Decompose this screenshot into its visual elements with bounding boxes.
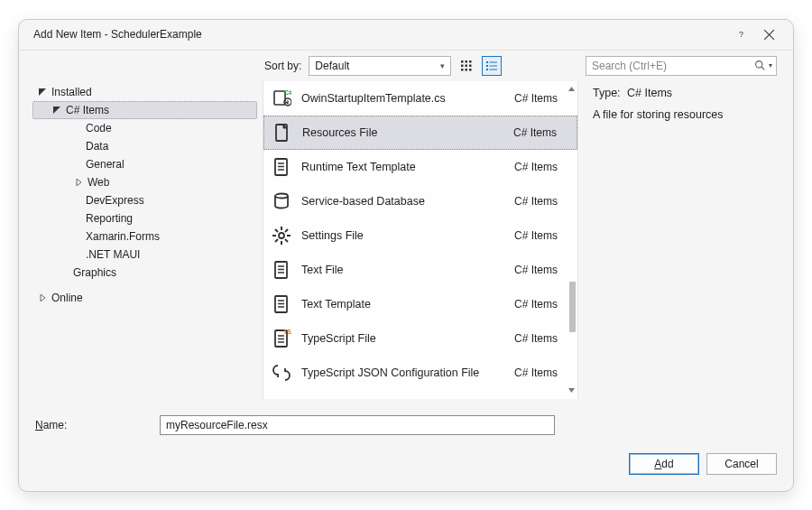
- template-label: Runtime Text Template: [301, 161, 505, 173]
- tree-item-web[interactable]: Web: [33, 173, 257, 191]
- svg-rect-14: [486, 65, 488, 67]
- tree-item-online[interactable]: Online: [33, 289, 257, 307]
- bottom-panel: Name: myResourceFile.resx Add Cancel: [19, 406, 793, 491]
- template-category: C# Items: [514, 264, 570, 276]
- template-icon: [271, 88, 292, 109]
- svg-rect-11: [469, 69, 472, 71]
- tree-item-reporting[interactable]: Reporting: [33, 209, 257, 227]
- svg-rect-8: [469, 64, 472, 67]
- svg-rect-12: [486, 61, 488, 63]
- svg-rect-3: [461, 60, 464, 63]
- scroll-up-icon[interactable]: [567, 85, 576, 94]
- description: A file for storing resources: [593, 108, 773, 121]
- template-label: OwinStartupItemTemplate.cs: [301, 92, 505, 105]
- svg-rect-13: [490, 61, 498, 62]
- svg-rect-6: [461, 64, 464, 67]
- tree-item-csharp[interactable]: C# Items: [32, 101, 257, 119]
- template-item[interactable]: Settings FileC# Items: [263, 218, 577, 253]
- svg-rect-9: [461, 69, 464, 71]
- help-button[interactable]: ?: [728, 21, 755, 48]
- search-dropdown-icon: ▾: [769, 61, 772, 70]
- template-item[interactable]: Service-based DatabaseC# Items: [263, 184, 577, 218]
- expander-icon: [73, 179, 84, 186]
- template-item[interactable]: Text TemplateC# Items: [263, 287, 577, 321]
- type-value: C# Items: [627, 87, 672, 99]
- cancel-button[interactable]: Cancel: [706, 453, 777, 475]
- template-category: C# Items: [514, 366, 570, 379]
- tree-item-code[interactable]: Code: [33, 119, 257, 137]
- template-list: OwinStartupItemTemplate.csC# ItemsResour…: [263, 81, 578, 399]
- template-label: Service-based Database: [301, 195, 505, 208]
- close-button[interactable]: [755, 21, 782, 48]
- template-label: TypeScript JSON Configuration File: [301, 366, 505, 379]
- template-item[interactable]: TypeScript JSON Configuration FileC# Ite…: [263, 356, 577, 390]
- template-icon: [271, 225, 292, 246]
- name-input[interactable]: myResourceFile.resx: [160, 415, 555, 435]
- svg-marker-22: [77, 179, 81, 186]
- tree-item-graphics[interactable]: Graphics: [33, 264, 257, 282]
- tree-item-general[interactable]: General: [33, 155, 257, 173]
- template-icon: [271, 156, 292, 178]
- template-item[interactable]: TypeScript FileC# Items: [263, 321, 577, 356]
- svg-rect-17: [490, 69, 498, 70]
- template-item[interactable]: OwinStartupItemTemplate.csC# Items: [263, 81, 577, 116]
- add-button[interactable]: Add: [629, 453, 699, 475]
- template-icon: [271, 190, 292, 212]
- scrollbar[interactable]: [567, 85, 576, 395]
- template-item[interactable]: Runtime Text TemplateC# Items: [263, 150, 577, 184]
- template-category: C# Items: [514, 92, 570, 105]
- template-category: C# Items: [514, 298, 570, 311]
- svg-rect-15: [490, 65, 498, 66]
- expander-icon: [37, 294, 48, 301]
- expander-icon: [37, 88, 48, 96]
- search-input[interactable]: Search (Ctrl+E) ▾: [586, 56, 777, 76]
- chevron-down-icon: ▾: [440, 61, 445, 70]
- sort-by-value: Default: [315, 60, 349, 72]
- search-placeholder: Search (Ctrl+E): [592, 60, 754, 72]
- name-input-value: myResourceFile.resx: [166, 419, 268, 431]
- svg-rect-10: [466, 69, 468, 71]
- template-label: TypeScript File: [301, 332, 505, 345]
- search-icon: [754, 60, 766, 71]
- template-item[interactable]: Resources FileC# Items: [263, 116, 577, 150]
- sort-by-label: Sort by:: [264, 60, 301, 72]
- template-icon: [271, 293, 292, 315]
- type-label: Type:: [593, 87, 621, 99]
- svg-rect-16: [486, 69, 488, 70]
- template-icon: [271, 362, 292, 384]
- template-icon: [272, 122, 293, 144]
- titlebar: Add New Item - SchedulerExample ?: [19, 20, 793, 51]
- tree-item-devexpress[interactable]: DevExpress: [33, 191, 257, 209]
- add-new-item-dialog: Add New Item - SchedulerExample ? Sort b…: [18, 19, 794, 492]
- svg-marker-21: [53, 107, 60, 114]
- svg-marker-23: [41, 294, 45, 301]
- tree-item-xamarin[interactable]: Xamarin.Forms: [33, 227, 257, 246]
- scroll-thumb[interactable]: [569, 282, 576, 332]
- template-label: Resources File: [302, 126, 504, 139]
- template-label: Settings File: [301, 229, 505, 242]
- svg-rect-7: [466, 64, 468, 67]
- template-category: C# Items: [514, 161, 570, 173]
- view-grid-button[interactable]: [457, 56, 476, 76]
- template-label: Text File: [301, 264, 505, 276]
- name-label: Name:: [35, 419, 152, 431]
- template-category: C# Items: [514, 229, 570, 242]
- template-category: C# Items: [513, 126, 569, 139]
- template-label: Text Template: [301, 298, 505, 311]
- template-icon: [271, 259, 292, 281]
- dialog-title: Add New Item - SchedulerExample: [33, 28, 728, 41]
- tree-item-installed[interactable]: Installed: [33, 83, 257, 101]
- svg-rect-5: [469, 60, 472, 63]
- sort-by-select[interactable]: Default ▾: [309, 56, 451, 76]
- scroll-down-icon[interactable]: [567, 386, 576, 395]
- svg-line-19: [761, 67, 764, 70]
- tree-item-maui[interactable]: .NET MAUI: [33, 246, 257, 264]
- svg-marker-25: [568, 388, 575, 393]
- svg-marker-20: [39, 88, 46, 96]
- template-category: C# Items: [514, 332, 570, 345]
- view-list-button[interactable]: [482, 56, 502, 76]
- category-tree: Installed C# Items Code Data General Web…: [32, 81, 263, 399]
- expander-icon: [51, 107, 62, 114]
- template-item[interactable]: Text FileC# Items: [263, 253, 577, 287]
- tree-item-data[interactable]: Data: [33, 137, 257, 155]
